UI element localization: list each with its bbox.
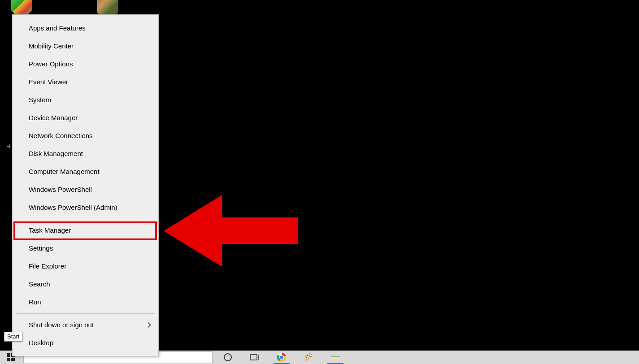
desktop-shortcut-2[interactable] bbox=[90, 0, 126, 16]
annotation-arrow bbox=[164, 195, 300, 267]
menu-item-label: File Explorer bbox=[29, 262, 66, 270]
winx-context-menu: Apps and Features Mobility Center Power … bbox=[12, 14, 159, 356]
taskbar-app-file-explorer[interactable] bbox=[322, 351, 349, 364]
menu-item-label: Search bbox=[29, 280, 50, 288]
svg-point-12 bbox=[306, 357, 308, 358]
menu-item-label: Desktop bbox=[29, 339, 53, 347]
menu-item-run[interactable]: Run bbox=[13, 293, 158, 311]
svg-point-15 bbox=[306, 359, 307, 360]
menu-item-disk-management[interactable]: Disk Management bbox=[13, 145, 158, 163]
menu-separator bbox=[16, 313, 155, 314]
menu-item-desktop[interactable]: Desktop bbox=[13, 334, 158, 352]
menu-item-label: System bbox=[29, 96, 51, 104]
menu-item-mobility-center[interactable]: Mobility Center bbox=[13, 37, 158, 55]
chrome-icon bbox=[277, 352, 287, 362]
menu-item-label: Mobility Center bbox=[29, 42, 74, 50]
menu-item-windows-powershell-admin[interactable]: Windows PowerShell (Admin) bbox=[13, 199, 158, 217]
taskbar-app-paint[interactable] bbox=[295, 351, 322, 364]
menu-item-label: Windows PowerShell (Admin) bbox=[29, 204, 117, 211]
svg-rect-3 bbox=[7, 358, 10, 361]
menu-item-power-options[interactable]: Power Options bbox=[13, 55, 158, 73]
app-green-icon bbox=[11, 0, 32, 14]
svg-marker-0 bbox=[164, 195, 298, 267]
menu-item-label: Windows PowerShell bbox=[29, 186, 92, 193]
menu-item-label: Settings bbox=[29, 244, 53, 252]
desktop-partial-label: H bbox=[6, 143, 10, 150]
svg-point-11 bbox=[280, 355, 283, 359]
task-view-button[interactable] bbox=[241, 351, 268, 364]
menu-item-label: Computer Management bbox=[29, 168, 100, 175]
menu-item-search[interactable]: Search bbox=[13, 275, 158, 293]
menu-item-label: Shut down or sign out bbox=[29, 321, 94, 329]
menu-item-settings[interactable]: Settings bbox=[13, 239, 158, 257]
menu-item-network-connections[interactable]: Network Connections bbox=[13, 127, 158, 145]
menu-item-label: Task Manager bbox=[29, 226, 71, 234]
svg-rect-17 bbox=[331, 356, 340, 357]
menu-item-label: Disk Management bbox=[29, 150, 83, 157]
svg-rect-4 bbox=[11, 358, 15, 361]
menu-item-event-viewer[interactable]: Event Viewer bbox=[13, 73, 158, 91]
menu-item-file-explorer[interactable]: File Explorer bbox=[13, 257, 158, 275]
menu-item-label: Power Options bbox=[29, 60, 73, 68]
taskview-icon bbox=[250, 353, 260, 361]
menu-item-task-manager[interactable]: Task Manager bbox=[13, 221, 158, 239]
menu-item-label: Network Connections bbox=[29, 132, 93, 139]
start-tooltip: Start bbox=[4, 332, 22, 342]
menu-separator bbox=[16, 219, 155, 219]
taskbar-app-chrome[interactable] bbox=[268, 351, 295, 364]
game-icon bbox=[97, 0, 118, 14]
start-tooltip-text: Start bbox=[7, 333, 19, 340]
menu-item-device-manager[interactable]: Device Manager bbox=[13, 109, 158, 127]
menu-item-label: Device Manager bbox=[29, 114, 78, 121]
menu-item-label: Apps and Features bbox=[29, 24, 86, 32]
svg-point-5 bbox=[224, 354, 231, 361]
menu-item-apps-and-features[interactable]: Apps and Features bbox=[13, 19, 158, 37]
svg-point-14 bbox=[309, 355, 311, 356]
menu-item-shut-down-or-sign-out[interactable]: Shut down or sign out bbox=[13, 316, 158, 334]
menu-item-windows-powershell[interactable]: Windows PowerShell bbox=[13, 181, 158, 199]
cortana-button[interactable] bbox=[214, 351, 241, 364]
menu-item-system[interactable]: System bbox=[13, 91, 158, 109]
file-explorer-icon bbox=[330, 353, 340, 361]
menu-item-computer-management[interactable]: Computer Management bbox=[13, 163, 158, 181]
menu-item-label: Event Viewer bbox=[29, 78, 68, 86]
svg-point-13 bbox=[307, 355, 309, 356]
svg-rect-1 bbox=[7, 353, 10, 357]
menu-item-label: Run bbox=[29, 298, 41, 306]
paint-icon bbox=[304, 352, 313, 362]
svg-rect-6 bbox=[251, 355, 257, 360]
cortana-ring-icon bbox=[223, 353, 232, 362]
